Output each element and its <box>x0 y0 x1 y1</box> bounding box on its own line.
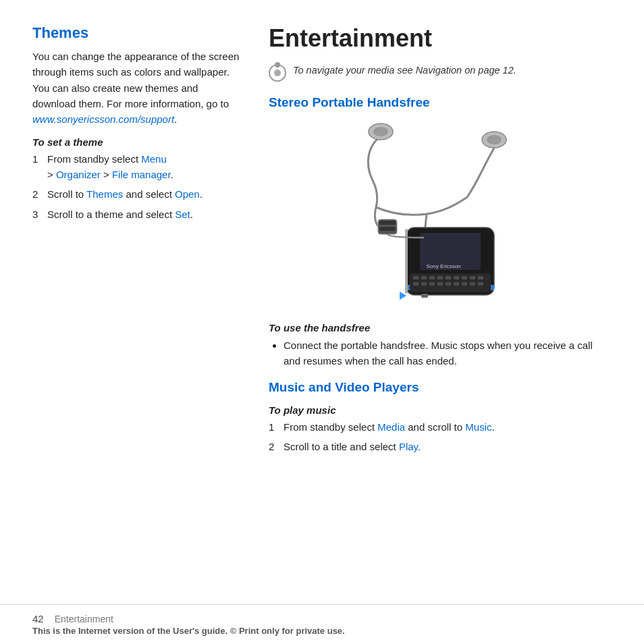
svg-rect-16 <box>470 276 475 279</box>
play-link[interactable]: Play <box>399 441 418 452</box>
svg-rect-31 <box>379 221 396 225</box>
svg-text:Sony Ericsson: Sony Ericsson <box>426 263 460 269</box>
tip-icon-inner <box>274 70 281 76</box>
organizer-link[interactable]: Organizer <box>56 169 101 180</box>
svg-rect-21 <box>437 282 443 286</box>
svg-rect-12 <box>437 276 443 279</box>
play-step-1: 1 From standby select Media and scroll t… <box>269 420 612 435</box>
svg-rect-9 <box>413 276 419 279</box>
set-link[interactable]: Set <box>175 209 190 220</box>
handsfree-bullet-item: Connect the portable handsfree. Music st… <box>284 338 612 369</box>
left-column: Themes You can change the appearance of … <box>32 24 242 591</box>
svg-rect-11 <box>429 276 435 279</box>
svg-rect-22 <box>446 282 451 286</box>
themes-body: You can change the appearance of the scr… <box>32 49 242 127</box>
theme-step-3-content: Scroll to a theme and select Set. <box>47 207 242 223</box>
play-steps-list: 1 From standby select Media and scroll t… <box>269 420 612 455</box>
content-area: Themes You can change the appearance of … <box>0 0 644 604</box>
svg-rect-14 <box>454 276 459 279</box>
themes-heading: Themes <box>32 24 242 42</box>
svg-rect-7 <box>405 229 408 294</box>
themes-body-text: You can change the appearance of the scr… <box>32 51 239 109</box>
svg-rect-20 <box>429 282 435 286</box>
themes-support-link[interactable]: www.sonyericsson.com/support <box>32 113 174 125</box>
footer-page-label: Entertainment <box>55 614 113 624</box>
svg-rect-23 <box>454 282 459 286</box>
svg-rect-32 <box>379 227 396 231</box>
svg-rect-26 <box>478 282 483 286</box>
play-step-2-content: Scroll to a title and select Play. <box>284 439 612 455</box>
theme-step-1: 1 From standby select Menu > Organizer >… <box>32 152 242 182</box>
svg-point-1 <box>373 127 388 136</box>
play-music-subheading: To play music <box>269 404 612 416</box>
open-link[interactable]: Open <box>175 188 200 200</box>
handsfree-subheading: To use the handsfree <box>269 322 612 333</box>
theme-step-2-content: Scroll to Themes and select Open. <box>47 187 242 203</box>
footer: 42 Entertainment This is the Internet ve… <box>0 604 644 644</box>
theme-step-1-content: From standby select Menu > Organizer > F… <box>47 152 242 182</box>
music-link[interactable]: Music <box>465 421 491 433</box>
theme-steps-list: 1 From standby select Menu > Organizer >… <box>32 152 242 222</box>
svg-rect-18 <box>413 282 419 286</box>
footer-notice: This is the Internet version of the User… <box>32 626 612 636</box>
set-theme-subheading: To set a theme <box>32 136 242 148</box>
theme-step-2: 2 Scroll to Themes and select Open. <box>32 187 242 203</box>
footer-page-info: 42 Entertainment <box>32 613 612 624</box>
svg-rect-19 <box>421 282 427 286</box>
svg-rect-28 <box>421 294 428 298</box>
svg-rect-17 <box>478 276 483 279</box>
media-link[interactable]: Media <box>377 421 405 433</box>
menu-link[interactable]: Menu <box>141 153 167 165</box>
tip-text: To navigate your media see Navigation on… <box>293 63 516 78</box>
tip-box: To navigate your media see Navigation on… <box>269 63 612 82</box>
entertainment-heading: Entertainment <box>269 24 612 53</box>
stereo-heading: Stereo Portable Handsfree <box>269 95 612 110</box>
svg-point-3 <box>487 135 502 144</box>
themes-link[interactable]: Themes <box>86 188 123 200</box>
svg-rect-10 <box>421 276 427 279</box>
tip-icon <box>269 64 286 82</box>
svg-rect-25 <box>470 282 475 286</box>
play-step-1-content: From standby select Media and scroll to … <box>284 420 612 435</box>
handsfree-bullet-list: Connect the portable handsfree. Music st… <box>269 338 612 369</box>
svg-rect-13 <box>446 276 451 279</box>
theme-step-3: 3 Scroll to a theme and select Set. <box>32 207 242 223</box>
page-number: 42 <box>32 613 44 624</box>
phone-image-area: Sony Ericsson <box>269 119 612 308</box>
page: Themes You can change the appearance of … <box>0 0 644 644</box>
phone-svg: Sony Ericsson <box>332 119 548 308</box>
svg-rect-15 <box>462 276 467 279</box>
music-video-heading: Music and Video Players <box>269 380 612 395</box>
svg-rect-24 <box>462 282 467 286</box>
play-step-2: 2 Scroll to a title and select Play. <box>269 439 612 455</box>
right-column: Entertainment To navigate your media see… <box>269 24 612 591</box>
file-manager-link[interactable]: File manager <box>112 169 171 180</box>
